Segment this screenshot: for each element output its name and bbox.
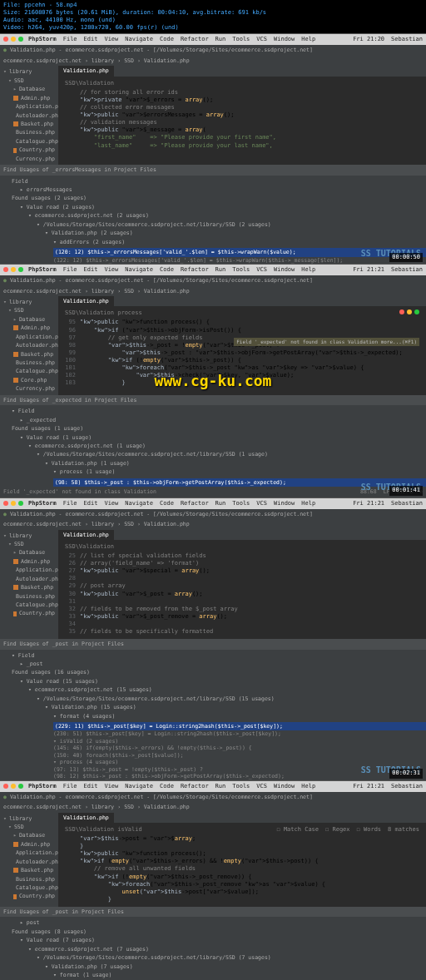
ide-panel-2: PhpStorm FileEditViewNavigateCodeRefacto… (0, 264, 426, 497)
menu-tools[interactable]: Tools (232, 36, 250, 43)
project-sidebar[interactable]: ▾library ▾SSD ▸Database Admin.php Applic… (0, 296, 58, 395)
timecode: 00:00:50 (389, 253, 423, 262)
ide-panel-3: PhpStorm FileEditViewNavigateCodeRefacto… (0, 497, 426, 780)
menu-code[interactable]: Code (160, 36, 174, 43)
menubar: PhpStorm FileEditViewNavigateCodeRefacto… (0, 265, 426, 275)
video-file-info: File: ppcehn - 58.mp4 Size: 21608076 byt… (0, 0, 426, 33)
class-breadcrumb: SSD\Validation (65, 80, 419, 89)
usages-title: Find Usages of _errorsMessages in Projec… (0, 165, 426, 175)
inspection-tooltip: Field '_expected' not found in class Val… (234, 338, 419, 346)
ide-panel-4: PhpStorm FileEditViewNavigateCodeRefacto… (0, 780, 426, 980)
menu-view[interactable]: View (104, 36, 118, 43)
ide-panel-1: PhpStorm File Edit View Navigate Code Re… (0, 33, 426, 264)
code-editor[interactable]: SSD\Validation // for storing all error … (58, 77, 426, 153)
watermark: www.cg-ku.com (155, 371, 272, 390)
menu-refactor[interactable]: Refactor (181, 36, 209, 43)
menu-navigate[interactable]: Navigate (125, 36, 153, 43)
editor-tabs: Validation.php (58, 66, 426, 76)
app-name: PhpStorm (28, 36, 57, 43)
tab-validation[interactable]: Validation.php (58, 66, 114, 76)
menu-run[interactable]: Run (215, 36, 226, 43)
menubar: PhpStorm File Edit View Navigate Code Re… (0, 34, 426, 45)
menu-edit[interactable]: Edit (84, 36, 98, 43)
menu-window[interactable]: Window (274, 36, 295, 43)
breadcrumb[interactable]: ecommerce.ssdproject.net›library›SSD›Val… (0, 56, 426, 66)
project-sidebar[interactable]: ▾library ▾SSD ▸Database Admin.php Applic… (0, 66, 58, 165)
menu-vcs[interactable]: VCS (256, 36, 267, 43)
window-controls[interactable] (3, 37, 23, 42)
menu-file[interactable]: File (63, 36, 77, 43)
find-usages-panel[interactable]: Find Usages of _expected in Project File… (0, 395, 426, 487)
username: Sebastian (391, 36, 423, 43)
title-path: ●Validation.php - ecommerce.ssdproject.n… (0, 45, 426, 55)
clock: Fri 21:20 (353, 36, 384, 43)
menu-help[interactable]: Help (301, 36, 315, 43)
